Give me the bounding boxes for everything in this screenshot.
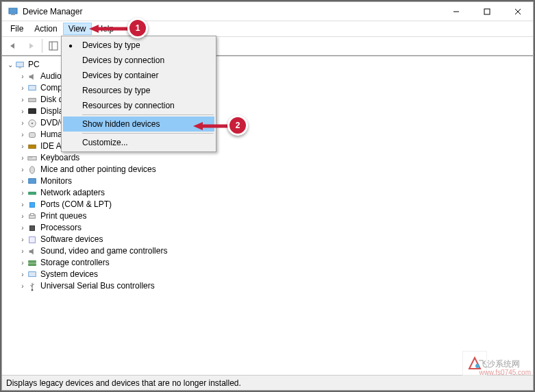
caret-right-icon[interactable]: › (18, 71, 27, 82)
menu-item-label: Devices by connection (82, 56, 164, 65)
storage-icon (27, 258, 38, 269)
arrow-icon (88, 22, 132, 36)
caret-right-icon[interactable]: › (18, 199, 27, 210)
caret-right-icon[interactable]: › (18, 82, 27, 94)
watermark-url: www.fs0745.com (479, 369, 531, 377)
menu-action[interactable]: Action (29, 23, 62, 35)
audio-icon (27, 71, 38, 82)
menu-devices-by-container[interactable]: Devices by container (63, 68, 214, 83)
caret-right-icon[interactable]: › (18, 187, 27, 199)
disk-icon (27, 95, 38, 106)
menu-separator (82, 114, 214, 115)
svg-rect-28 (30, 213, 34, 215)
tree-item-label: Print queues (40, 210, 86, 222)
svg-rect-3 (484, 9, 490, 14)
tree-item-label: Monitors (40, 175, 72, 187)
menu-resources-by-type[interactable]: Resources by type (63, 83, 214, 98)
maximize-button[interactable] (471, 2, 502, 21)
tree-item[interactable]: ›Mice and other pointing devices (3, 164, 532, 175)
menu-devices-by-connection[interactable]: Devices by connection (63, 53, 214, 68)
toolbar-separator (42, 39, 42, 53)
caret-right-icon[interactable]: › (18, 106, 27, 117)
menu-resources-by-connection[interactable]: Resources by connection (63, 98, 214, 113)
usb-icon (27, 281, 38, 292)
tree-item-label: System devices (40, 269, 98, 280)
menu-customize[interactable]: Customize... (63, 135, 214, 150)
processor-icon (27, 223, 38, 234)
menu-item-label: Devices by type (82, 40, 140, 50)
svg-rect-13 (29, 98, 36, 101)
caret-right-icon[interactable]: › (18, 94, 27, 106)
tree-item[interactable]: ›Network adapters (3, 187, 532, 199)
forward-button[interactable] (23, 38, 39, 54)
menu-item-label: Resources by connection (82, 101, 175, 110)
svg-rect-14 (29, 108, 36, 113)
watermark-brand: 飞沙系统网 (479, 359, 531, 369)
tree-item[interactable]: ›Processors (3, 222, 532, 234)
network-icon (27, 188, 38, 199)
caret-down-icon[interactable]: ⌄ (6, 59, 14, 71)
tree-root-label: PC (28, 59, 40, 71)
tree-item-label: Ports (COM & LPT) (40, 199, 112, 210)
monitor-icon (27, 176, 38, 187)
caret-right-icon[interactable]: › (18, 140, 27, 152)
tree-item[interactable]: ›Sound, video and game controllers (3, 245, 532, 257)
sound-icon (27, 246, 38, 257)
tree-item[interactable]: ›Software devices (3, 234, 532, 245)
caret-right-icon[interactable]: › (18, 245, 27, 257)
close-button[interactable] (502, 2, 533, 21)
display-icon (27, 106, 38, 117)
caret-right-icon[interactable]: › (18, 234, 27, 245)
caret-right-icon[interactable]: › (18, 152, 27, 164)
back-button[interactable] (5, 38, 21, 54)
hid-icon (27, 130, 38, 140)
svg-rect-32 (29, 263, 36, 265)
svg-rect-30 (29, 236, 36, 243)
svg-rect-17 (29, 132, 36, 137)
view-dropdown: ● Devices by type Devices by connection … (61, 36, 216, 152)
tree-item[interactable]: ›Print queues (3, 210, 532, 222)
menu-separator (82, 133, 214, 134)
svg-marker-36 (89, 25, 99, 33)
tree-item[interactable]: ›Universal Serial Bus controllers (3, 280, 532, 292)
svg-point-16 (32, 122, 34, 124)
tree-item-label: Storage controllers (40, 257, 110, 269)
menu-devices-by-type[interactable]: ● Devices by type (63, 38, 214, 53)
mouse-icon (27, 164, 38, 175)
show-hide-console-button[interactable] (45, 38, 62, 54)
svg-rect-18 (29, 145, 36, 148)
svg-rect-31 (29, 260, 36, 262)
caret-right-icon[interactable]: › (18, 257, 27, 269)
svg-rect-0 (9, 8, 17, 14)
caret-right-icon[interactable]: › (18, 280, 27, 292)
tree-item-label: Software devices (40, 234, 103, 245)
tree-item-label: Sound, video and game controllers (40, 245, 167, 257)
caret-right-icon[interactable]: › (18, 175, 27, 187)
tree-item[interactable]: ›Ports (COM & LPT) (3, 199, 532, 210)
caret-right-icon[interactable]: › (18, 269, 27, 280)
svg-rect-12 (29, 85, 36, 90)
menu-file[interactable]: File (5, 23, 29, 35)
caret-right-icon[interactable]: › (18, 222, 27, 234)
menu-item-label: Show hidden devices (82, 119, 160, 129)
callout-label: 1 (136, 23, 140, 33)
tree-item-label: Mice and other pointing devices (40, 164, 156, 175)
watermark-text: 飞沙系统网 www.fs0745.com (479, 359, 531, 377)
caret-right-icon[interactable]: › (18, 117, 27, 129)
caret-right-icon[interactable]: › (18, 164, 27, 175)
tree-item[interactable]: ›Keyboards (3, 152, 532, 164)
minimize-button[interactable] (440, 2, 471, 21)
tree-item[interactable]: ›Monitors (3, 175, 532, 187)
software-icon (27, 234, 38, 245)
tree-item[interactable]: ›Storage controllers (3, 257, 532, 269)
keyboard-icon (27, 153, 38, 164)
svg-rect-33 (29, 271, 36, 276)
caret-right-icon[interactable]: › (18, 129, 27, 140)
svg-point-23 (30, 166, 35, 173)
menubar: File Action View Help (2, 21, 533, 36)
caret-right-icon[interactable]: › (18, 210, 27, 222)
port-icon (27, 199, 38, 210)
computer-icon (14, 60, 25, 71)
tree-item[interactable]: ›System devices (3, 269, 532, 280)
computer-icon (27, 83, 38, 94)
